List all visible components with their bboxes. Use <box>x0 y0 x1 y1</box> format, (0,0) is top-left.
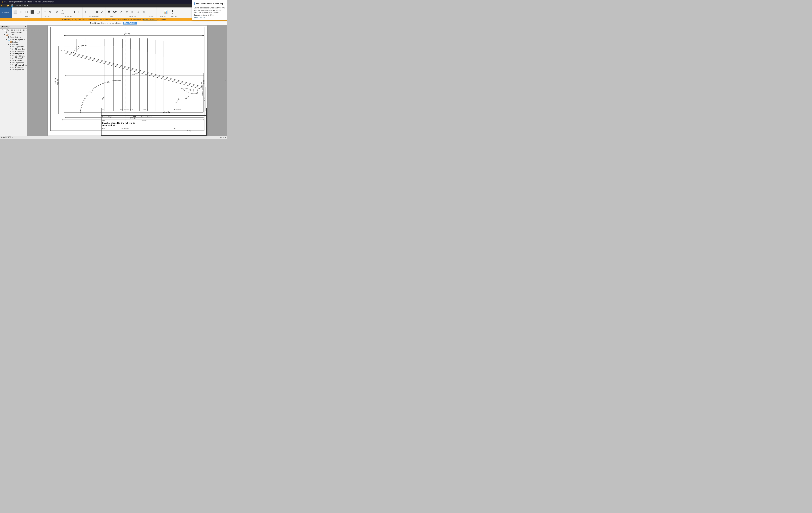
tree-item-f6pipe[interactable]: 👁 ⊙ ✏ F6 pipe new v4:1 <box>0 68 27 71</box>
dim-2568-label: 25.68 <box>201 82 203 86</box>
tables-btn-1[interactable]: ⊞ ▾ <box>157 9 163 15</box>
tech-ref-cell: Technical reference <box>119 108 140 116</box>
drawing-tab[interactable]: DRAWING <box>0 7 12 18</box>
title-cell: Title Base bar aligned to first null let… <box>102 119 140 127</box>
geometry-btn-5[interactable]: ⊓ <box>77 9 82 14</box>
geometry-btn-2[interactable]: ◯ <box>60 9 65 14</box>
tree-item-bodies[interactable]: ▶ 📦 Bodies <box>0 41 27 43</box>
title-block: Dept. Technical reference Created by 3/1… <box>101 108 207 135</box>
tree-item-g5pipe[interactable]: 👁 ⊙ ✏ G5 pipe only fo... <box>0 64 27 66</box>
dept-cell: Dept. <box>102 108 119 116</box>
comments-label[interactable]: COMMENTS <box>1 137 11 138</box>
zoom-in-button[interactable]: + <box>225 136 226 139</box>
svg-line-5 <box>64 53 203 89</box>
ribbon-section-geometry: ⊘ ◯ ⊏ ⊐ ⊓ GEOMETRY <box>54 7 83 18</box>
doc-status-cell: Document status <box>140 116 207 119</box>
dim-btn-1[interactable]: ↕ <box>83 9 88 14</box>
tree-item-sheet-settings[interactable]: ⚙ Sheet Settings <box>0 36 27 38</box>
sym-btn-4[interactable]: ⊕ <box>136 9 141 14</box>
ribbon-section-tables: ⊞ ▾ 📊 TABLES <box>157 7 169 18</box>
tree-item-base-bar[interactable]: ▼ 📄 Base bar aligned to first null lets.… <box>0 38 27 41</box>
create-btn-3[interactable]: ⊡ <box>24 9 29 14</box>
dim-39976-label: 399.76 <box>57 79 59 85</box>
tree-item-d5pipe[interactable]: 👁 ⊙ ✏ D5 pipe v3:1 <box>0 57 27 59</box>
popup-notification: ℹ Your best chance to save big × Get ful… <box>192 0 227 20</box>
window-title: Base bar aligned to first null lets do s… <box>4 1 54 3</box>
tree-item-c5pipe[interactable]: 👁 ⊙ ✏ C5 pipe v3:1 <box>0 55 27 57</box>
back-button[interactable]: ◀ <box>24 4 26 7</box>
save-button[interactable]: 💾 <box>10 4 14 7</box>
modify-btn-2[interactable]: ↺ <box>48 9 53 14</box>
health-dashboard-link[interactable]: Health Dashboard <box>143 19 157 21</box>
popup-body: Get full features and functionality for … <box>194 7 225 19</box>
sym-btn-1[interactable]: ✓ <box>119 9 124 14</box>
arrow-left-top <box>64 35 65 36</box>
tree-item-g3pipe[interactable]: 👁 ⊙ ✏ G3 pipe v3:1 <box>0 48 27 50</box>
browser-close-button[interactable]: × <box>25 26 26 28</box>
popup-close-button[interactable]: × <box>224 2 225 4</box>
tree-item-b83pipe[interactable]: 👁 ⊙ ✏ B83 pipe v3:1 <box>0 53 27 55</box>
dim-8154-label: 81.54° <box>90 88 94 93</box>
sheet-value: 1/2 <box>172 129 206 133</box>
svg-line-3 <box>64 51 203 87</box>
make-editable-button[interactable]: Make Editable <box>123 22 137 25</box>
sym-btn-2[interactable]: ○ <box>124 9 129 14</box>
tree-item-doc-settings[interactable]: ⚙ Document Settings <box>0 31 27 33</box>
title-value: Base bar aligned to first null lets do s… <box>102 122 140 126</box>
popup-save-link[interactable]: Save 30% now <box>194 17 205 18</box>
forward-button[interactable]: ▶ <box>26 4 29 7</box>
export-section-label: EXPORT <box>170 16 178 18</box>
tree-item-a3pipe[interactable]: 👁 ⊙ ✏ A3 pipe new v3:... <box>0 50 27 53</box>
text-btn-2[interactable]: A▾ <box>112 9 117 14</box>
readonly-text: Document is not editable <box>102 22 121 24</box>
tree-item-sketches[interactable]: ▼ ✏ Sketches <box>0 43 27 46</box>
ribbon: DRAWING ⬜ ⊞ ⊡ ⬛ ◫ CREATE ↔ <box>0 7 227 18</box>
tree-item-sheet1[interactable]: ▼ 📋 Sheet1 <box>0 33 27 36</box>
dim-87293-label: 872.93 <box>124 33 130 35</box>
export-btn-1[interactable]: ⬆ ▾ <box>170 9 175 15</box>
text-section-label: TEXT <box>106 16 117 18</box>
open-button[interactable]: 📂 <box>7 4 10 7</box>
zoom-out-button[interactable]: − <box>223 136 224 139</box>
dim-13811-label: 138.11 <box>203 97 205 102</box>
insert-section-label: INSERT <box>148 16 156 18</box>
insert-btn-1[interactable]: ⊞ <box>148 9 153 14</box>
undo-button[interactable]: ↩ <box>16 4 19 7</box>
dim-7598-label: 75.98° <box>101 95 106 100</box>
sym-btn-3[interactable]: ▷ <box>130 9 135 14</box>
geometry-btn-1[interactable]: ⊘ <box>54 9 60 14</box>
create-btn-2[interactable]: ⊞ <box>19 9 24 14</box>
ribbon-section-text: A A▾ TEXT <box>106 7 118 18</box>
create-btn-4[interactable]: ⬛ <box>30 9 35 14</box>
sym-btn-5[interactable]: ◁ <box>141 9 146 14</box>
tree-item-f5pipe[interactable]: 👁 ⊙ ✏ F5 pipe new v3:1 <box>0 62 27 64</box>
ribbon-section-create: ⬜ ⊞ ⊡ ⬛ ◫ CREATE <box>12 7 41 18</box>
geometry-btn-4[interactable]: ⊐ <box>71 9 76 14</box>
browser-title: BROWSER <box>1 26 10 28</box>
tree-item-e5pipe[interactable]: 👁 ⊙ ✏ E5 pipe v3:1 <box>0 59 27 62</box>
dim-btn-4[interactable]: ∠ <box>100 9 105 14</box>
ribbon-section-dimensions: ↕ ↔ ⌀ ∠ DIMENSIONS <box>83 7 106 18</box>
bottom-bar: COMMENTS ⚙ ⊡ − + <box>0 136 227 139</box>
modify-btn-1[interactable]: ↔ <box>42 9 48 14</box>
dim-btn-2[interactable]: ↔ <box>89 9 94 14</box>
redo-button[interactable]: ↪ <box>19 4 22 7</box>
browser-tree: ▼ 📄 Base bar aligned to first null lets … <box>0 29 27 136</box>
geometry-section-label: GEOMETRY <box>54 16 82 18</box>
readonly-label: Read-Only: <box>90 22 100 24</box>
tree-item-root[interactable]: ▼ 📄 Base bar aligned to first null lets … <box>0 29 27 31</box>
zoom-fit-button[interactable]: ⊡ <box>220 136 222 139</box>
dim-10402-label: 104.02° <box>175 97 180 103</box>
dim-btn-3[interactable]: ⌀ <box>94 9 99 14</box>
dim-2372-label: 23.72 <box>203 80 205 84</box>
tables-btn-2[interactable]: 📊 <box>163 9 169 14</box>
new-button[interactable]: □ <box>4 4 6 7</box>
geometry-btn-3[interactable]: ⊏ <box>65 9 70 14</box>
sheet-cell: Sheet 1/2 <box>172 127 207 135</box>
tree-item-a5pipe[interactable]: 👁 ⊙ ✏ A5 pipe only fo... <box>0 66 27 68</box>
text-btn-1[interactable]: A <box>106 9 112 14</box>
symbols-section-label: SYMBOLS <box>119 16 146 18</box>
tree-item-f3pipe[interactable]: 👁 ⊙ ✏ F3 pipe new v3:1 <box>0 46 27 48</box>
create-btn-1[interactable]: ⬜ <box>12 9 18 14</box>
create-btn-5[interactable]: ◫ <box>35 9 41 14</box>
